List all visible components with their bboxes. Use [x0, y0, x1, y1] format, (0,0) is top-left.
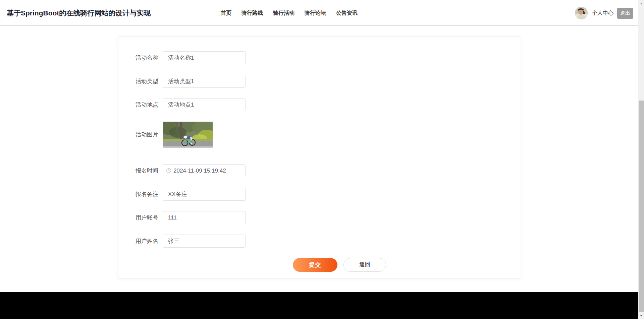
back-button[interactable]: 返回 [343, 258, 386, 272]
user-avatar-photo [575, 7, 588, 19]
field-label-user-account: 用户账号 [118, 214, 163, 221]
field-label-activity-name: 活动名称 [118, 54, 163, 62]
activity-image-preview[interactable] [163, 122, 213, 148]
profile-center-link[interactable]: 个人中心 [592, 10, 613, 17]
field-label-activity-type: 活动类型 [118, 77, 163, 85]
activity-type-input[interactable] [163, 75, 246, 88]
user-area: 个人中心 退出 [575, 0, 633, 26]
nav-item-routes[interactable]: 骑行路线 [241, 10, 263, 17]
user-name-input[interactable] [163, 235, 246, 248]
activity-place-input[interactable] [163, 98, 246, 111]
nav-item-forum[interactable]: 骑行论坛 [305, 10, 326, 17]
registration-form-card: 活动名称 活动类型 活动地点 活动图片 [118, 36, 520, 279]
form-row-signup-note: 报名备注 [118, 188, 520, 201]
app-title: 基于SpringBoot的在线骑行网站的设计与实现 [7, 0, 151, 26]
scrollbar-thumb[interactable] [639, 101, 644, 312]
main-nav: 首页 骑行路线 骑行活动 骑行论坛 公告资讯 [221, 0, 358, 26]
field-label-signup-note: 报名备注 [118, 190, 163, 198]
app-header: 基于SpringBoot的在线骑行网站的设计与实现 首页 骑行路线 骑行活动 骑… [0, 0, 644, 26]
form-row-activity-image: 活动图片 [118, 122, 520, 148]
page-footer [0, 292, 644, 319]
signup-note-input[interactable] [163, 188, 246, 201]
activity-name-input[interactable] [163, 51, 246, 64]
form-row-user-name: 用户姓名 [118, 235, 520, 248]
form-row-activity-type: 活动类型 [118, 75, 520, 88]
form-row-activity-place: 活动地点 [118, 98, 520, 111]
user-account-input[interactable] [163, 211, 246, 224]
signup-time-picker [163, 164, 246, 177]
signup-time-input[interactable] [163, 164, 246, 177]
submit-button[interactable]: 提交 [293, 258, 337, 272]
scrollbar-up-arrow-icon[interactable]: ▲ [638, 1, 644, 6]
cyclist-road-photo [163, 122, 213, 148]
nav-item-activities[interactable]: 骑行活动 [273, 10, 294, 17]
field-label-user-name: 用户姓名 [118, 237, 163, 245]
user-avatar[interactable] [575, 7, 588, 19]
field-label-activity-place: 活动地点 [118, 101, 163, 109]
form-row-activity-name: 活动名称 [118, 51, 520, 64]
scrollbar-down-arrow-icon[interactable]: ▼ [638, 313, 644, 318]
page: 基于SpringBoot的在线骑行网站的设计与实现 首页 骑行路线 骑行活动 骑… [0, 0, 644, 319]
logout-button[interactable]: 退出 [617, 8, 633, 19]
form-row-user-account: 用户账号 [118, 211, 520, 224]
vertical-scrollbar[interactable]: ▲ ▼ [638, 0, 644, 319]
nav-item-home[interactable]: 首页 [221, 10, 231, 17]
form-buttons-row: 提交 返回 [293, 258, 520, 272]
field-label-activity-image: 活动图片 [118, 131, 163, 138]
form-row-signup-time: 报名时间 [118, 164, 520, 177]
field-label-signup-time: 报名时间 [118, 167, 163, 175]
nav-item-news[interactable]: 公告资讯 [336, 10, 358, 17]
